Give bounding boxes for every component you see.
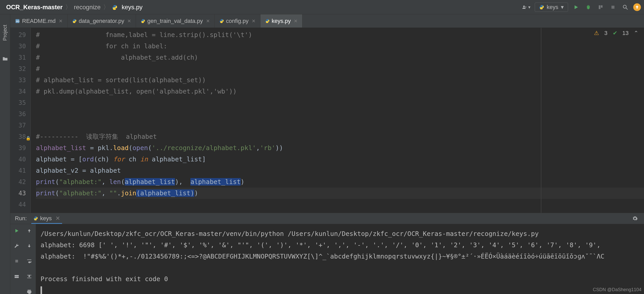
code-editor[interactable]: 29303132333435363738394041424344 # fname…: [10, 28, 644, 213]
svg-rect-5: [15, 260, 18, 263]
close-icon[interactable]: ✕: [127, 18, 131, 24]
stop-square-icon[interactable]: [10, 254, 23, 268]
tab-config[interactable]: config.py ✕: [215, 14, 260, 27]
left-tool-stripe: Project: [0, 14, 10, 294]
gear-icon[interactable]: [631, 214, 639, 223]
tab-data-generator[interactable]: data_generator.py ✕: [67, 14, 136, 27]
svg-point-1: [623, 5, 626, 8]
svg-rect-0: [611, 6, 614, 9]
code-area[interactable]: # fname,label = line.strip().split('\t')…: [31, 28, 644, 213]
run-tool-window: Run: keys ✕ /Users/kunlun/Desktop/zkfc_o…: [10, 213, 644, 294]
tab-readme[interactable]: MD README.md ✕: [10, 14, 67, 27]
editor-tabs: MD README.md ✕ data_generator.py ✕ gen_t…: [10, 14, 644, 28]
svg-text:MD: MD: [16, 20, 20, 23]
folder-icon[interactable]: [2, 56, 8, 61]
debug-icon[interactable]: [584, 3, 593, 12]
tab-keys[interactable]: keys.py ✕: [260, 14, 303, 27]
lock-icon: 🔒: [26, 133, 31, 144]
project-tool-button[interactable]: Project: [2, 25, 8, 41]
python-file-icon: [112, 4, 119, 11]
down-icon[interactable]: [23, 239, 36, 253]
breadcrumb-folder[interactable]: recognize: [74, 4, 101, 11]
breadcrumb-root[interactable]: OCR_Keras-master: [6, 4, 63, 11]
rerun-icon[interactable]: [10, 224, 23, 237]
close-icon[interactable]: ✕: [55, 215, 60, 222]
close-icon[interactable]: ✕: [206, 18, 210, 24]
soft-wrap-icon[interactable]: [23, 254, 36, 268]
chevron-right-icon: 〉: [65, 3, 71, 11]
tab-gen-train-val[interactable]: gen_train_val_data.py ✕: [136, 14, 215, 27]
warning-count: 3: [604, 30, 607, 36]
line-number-gutter: 29303132333435363738394041424344: [10, 28, 31, 213]
close-icon[interactable]: ✕: [294, 18, 298, 24]
run-tab[interactable]: keys ✕: [31, 213, 62, 224]
layout-icon[interactable]: [10, 270, 23, 283]
user-add-icon[interactable]: ▾: [522, 3, 531, 12]
run-configuration-label: keys: [547, 4, 558, 11]
svg-rect-6: [15, 275, 19, 276]
coverage-icon[interactable]: [596, 3, 605, 12]
run-configuration-selector[interactable]: keys ▾: [535, 3, 568, 12]
print-icon[interactable]: [23, 285, 36, 294]
breadcrumb[interactable]: OCR_Keras-master 〉 recognize 〉 keys.py: [3, 3, 143, 11]
chevron-right-icon: 〉: [103, 3, 109, 11]
stop-icon[interactable]: [609, 3, 617, 12]
scroll-to-end-icon[interactable]: [23, 270, 36, 283]
tab-label: README.md: [22, 18, 56, 24]
weak-warning-icon: ✔: [613, 30, 617, 36]
tab-label: gen_train_val_data.py: [147, 18, 203, 24]
close-icon[interactable]: ✕: [59, 18, 63, 24]
tab-label: data_generator.py: [79, 18, 124, 24]
run-title: Run:: [15, 215, 27, 222]
inspection-indicator[interactable]: ⚠3 ✔13 ⌃: [594, 30, 638, 36]
console-output[interactable]: /Users/kunlun/Desktop/zkfc_ocr/OCR_Keras…: [36, 224, 644, 294]
weak-warning-count: 13: [622, 30, 629, 36]
run-icon[interactable]: [572, 3, 580, 12]
watermark-text: CSDN @DaSheng1104: [593, 287, 641, 292]
search-icon[interactable]: [621, 3, 630, 12]
up-icon[interactable]: [23, 224, 36, 237]
svg-line-2: [626, 8, 628, 10]
run-tool-header: Run: keys ✕: [10, 213, 644, 224]
tab-label: keys.py: [272, 18, 291, 24]
wrench-icon[interactable]: [10, 239, 23, 253]
editor-split-divider[interactable]: [541, 28, 541, 213]
warning-icon: ⚠: [594, 30, 599, 36]
breadcrumb-file[interactable]: keys.py: [122, 4, 142, 11]
chevron-up-icon[interactable]: ⌃: [634, 30, 638, 36]
chevron-down-icon: ▾: [561, 4, 564, 11]
tab-label: config.py: [226, 18, 249, 24]
avatar[interactable]: [633, 3, 641, 11]
run-toolbar: [10, 224, 36, 294]
run-tab-label: keys: [40, 215, 52, 222]
close-icon[interactable]: ✕: [252, 18, 256, 24]
navigation-bar: OCR_Keras-master 〉 recognize 〉 keys.py ▾…: [0, 0, 644, 14]
svg-rect-7: [15, 277, 19, 278]
